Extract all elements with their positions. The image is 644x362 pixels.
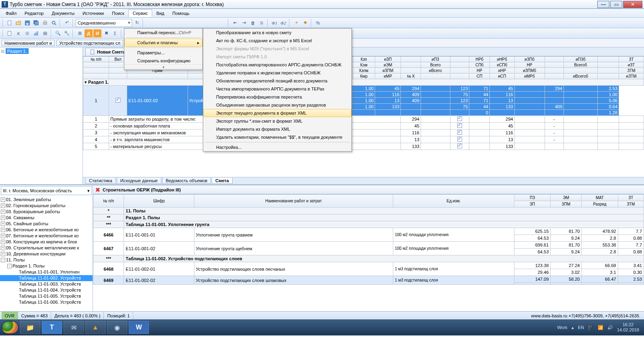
- tray-flag-icon[interactable]: 🏴: [588, 325, 594, 330]
- tree-node[interactable]: +05. Свайные работы: [0, 221, 93, 227]
- tree-node[interactable]: Таблица 11-01-001. Уплотнен: [0, 269, 93, 275]
- tree-node[interactable]: Таблица 11-01-006. Устройств: [0, 299, 93, 305]
- tree-node[interactable]: +09. Строительные металлические к: [0, 245, 93, 251]
- mode-combo[interactable]: Средневзвешенно: [76, 19, 132, 27]
- menu-item[interactable]: Перепривязка коэффициентов пересчета: [203, 93, 351, 101]
- tb-explorer-icon[interactable]: 📁: [20, 321, 40, 334]
- close-button[interactable]: ✕: [623, 1, 642, 8]
- menu-item[interactable]: Параметры...: [124, 49, 202, 57]
- menu-Помощь[interactable]: Помощь: [168, 10, 194, 17]
- d-icon[interactable]: Д: [85, 29, 93, 37]
- btab-3[interactable]: Смета: [212, 178, 233, 184]
- menu-item[interactable]: Настройка...: [203, 143, 351, 151]
- undo-icon[interactable]: ↶: [63, 19, 71, 27]
- tree-node[interactable]: +03. Буровзрывные работы: [0, 209, 93, 215]
- menu-item[interactable]: Постобработка импортированного АРПС-доку…: [203, 61, 351, 69]
- menu-Источники[interactable]: Источники: [78, 10, 108, 17]
- service-menu[interactable]: Пакетный перенос...Ctrl+PСобытия и плаги…: [124, 28, 203, 70]
- menu-item[interactable]: Сохранить конфигурацию: [124, 57, 202, 65]
- star-icon[interactable]: ✦: [292, 19, 300, 27]
- menu-Поиск[interactable]: Поиск: [108, 10, 128, 17]
- tool-a-icon[interactable]: ⊞: [76, 29, 84, 37]
- tree-node[interactable]: +08. Конструкции из кирпича и блок: [0, 239, 93, 245]
- menu-item[interactable]: Чистка импортированного АРПС-документа в…: [203, 85, 351, 93]
- menu-Файл[interactable]: Файл: [2, 10, 21, 17]
- catalog-tree[interactable]: +01. Земляные работы+02. Горновскрышные …: [0, 196, 93, 311]
- phi2-icon[interactable]: Φ2: [279, 19, 287, 27]
- catalog-grid[interactable]: № п/пШифрНаименование работ и затратЕд.и…: [93, 194, 644, 311]
- menu-Сервис[interactable]: Сервис: [128, 9, 153, 17]
- percent-icon[interactable]: %: [314, 19, 322, 27]
- k-icon[interactable]: K: [14, 29, 23, 37]
- tree-node[interactable]: +10. Деревянные конструкции: [0, 251, 93, 257]
- phi1-icon[interactable]: Φ1: [270, 19, 279, 27]
- minimize-button[interactable]: —: [597, 1, 609, 8]
- tree-node[interactable]: +07. Бетонные и железобетонные ко: [0, 233, 93, 239]
- tb-mail-icon[interactable]: ✉: [64, 321, 84, 334]
- wrench2-icon[interactable]: ✖: [102, 29, 110, 37]
- crumb-2[interactable]: Устройство подстилающих сл: [56, 40, 123, 46]
- menu-item[interactable]: Обновление определителей позиций всего д…: [203, 77, 351, 85]
- menu-item[interactable]: Пакетный перенос...Ctrl+P: [124, 29, 202, 37]
- print-icon[interactable]: [41, 19, 49, 27]
- tree-node[interactable]: −Раздел 1. Полы: [0, 263, 93, 269]
- main-grid[interactable]: № п/пВклШиЗППзпКзпиЗПиПЗНРбиНРбиЗПбиПЗбЗ…: [83, 56, 644, 177]
- menu-item[interactable]: События и плагины▸: [124, 39, 202, 47]
- preview-icon[interactable]: [50, 19, 58, 27]
- menu-item[interactable]: Импорт документа из формата XML: [203, 125, 351, 133]
- wrench-icon[interactable]: 🔧: [63, 29, 71, 37]
- menu-item[interactable]: Удалить коментарии, помеченные "$$", в т…: [203, 133, 351, 141]
- menu-item[interactable]: Экспорт формы М29 ("простыня") в MS Exce…: [203, 45, 351, 53]
- menu-item[interactable]: Объединение одинаковых расценок внутри р…: [203, 101, 351, 109]
- tree-node[interactable]: +01. Земляные работы: [0, 197, 93, 203]
- tb-media-icon[interactable]: ▲: [85, 321, 105, 334]
- menu-Документы[interactable]: Документы: [47, 10, 78, 17]
- tree-node[interactable]: Таблица 11-01-003. Устройств: [0, 281, 93, 287]
- maximize-button[interactable]: ▭: [610, 1, 622, 8]
- open-icon[interactable]: [14, 19, 23, 27]
- tray-sound-icon[interactable]: 🔊: [607, 325, 613, 330]
- target-icon[interactable]: ◎: [23, 29, 31, 37]
- tb-app-icon[interactable]: T: [42, 321, 62, 334]
- doc-tab[interactable]: Новая Смета: [85, 48, 130, 56]
- menu-item[interactable]: Акт по ф. КС-6, создание и экспорт в MS …: [203, 37, 351, 45]
- menu-Редактор[interactable]: Редактор: [21, 10, 47, 17]
- tree-node[interactable]: Таблица 11-01-005. Устройств: [0, 293, 93, 299]
- tree-node[interactable]: Таблица 11-01-004. Устройств: [0, 287, 93, 293]
- plugins-submenu[interactable]: Преобразование акта в новую сметуАкт по …: [203, 28, 352, 152]
- gear-icon[interactable]: ✹: [301, 19, 309, 27]
- tree-node[interactable]: Таблица 11-01-002. Устройств: [0, 275, 93, 281]
- saveall-icon[interactable]: [32, 19, 40, 27]
- btab-0[interactable]: Статистика: [85, 178, 116, 184]
- i-icon[interactable]: И: [93, 29, 101, 37]
- tb-chrome-icon[interactable]: ◉: [107, 321, 127, 334]
- save-icon[interactable]: [23, 19, 31, 27]
- menu-Вид[interactable]: Вид: [152, 10, 168, 17]
- tree-node[interactable]: +02. Горновскрышные работы: [0, 203, 93, 209]
- menu-item[interactable]: Экспорт текущего документа в формат XML: [203, 109, 351, 117]
- start-button[interactable]: [2, 321, 19, 334]
- menu-item[interactable]: Экспорт группы *.esw-смет в формат XML: [203, 117, 351, 125]
- tree-node[interactable]: +04. Скважины: [0, 215, 93, 221]
- menu-item[interactable]: Преобразование акта в новую смету: [203, 29, 351, 37]
- btab-2[interactable]: Ведомость объемов: [162, 178, 211, 184]
- indent-left-icon[interactable]: ⇤: [231, 19, 239, 27]
- indent-right-icon[interactable]: ⇥: [240, 19, 248, 27]
- prop-icon[interactable]: ▤: [41, 29, 49, 37]
- tree-node[interactable]: +06. Бетонные и железобетонные ко: [0, 227, 93, 233]
- refresh-icon[interactable]: ↻: [133, 19, 141, 27]
- system-tray[interactable]: Work▴ EN 🏴 📶 🔊 16:2214.02.2018: [557, 322, 642, 333]
- crumb-1[interactable]: Наименование работ и: [2, 40, 55, 46]
- doc-icon[interactable]: [6, 29, 14, 37]
- btab-1[interactable]: Исходные данные: [117, 178, 161, 184]
- copy-icon[interactable]: ⎘: [258, 19, 266, 27]
- tb-word-icon[interactable]: W: [129, 321, 149, 334]
- menu-item[interactable]: Удаление поправок к индексам пересчета О…: [203, 69, 351, 77]
- menu-item[interactable]: Импорт сметы ПИРФ 1.0: [203, 53, 351, 61]
- new-icon[interactable]: [6, 19, 14, 27]
- chart-icon[interactable]: [32, 29, 40, 37]
- panel-close-icon[interactable]: ✖: [95, 187, 100, 193]
- region-combo[interactable]: III. г. Москва, Московская область: [1, 186, 92, 195]
- search2-icon[interactable]: 🔍: [54, 29, 62, 37]
- sigma-icon[interactable]: Σ: [111, 29, 119, 37]
